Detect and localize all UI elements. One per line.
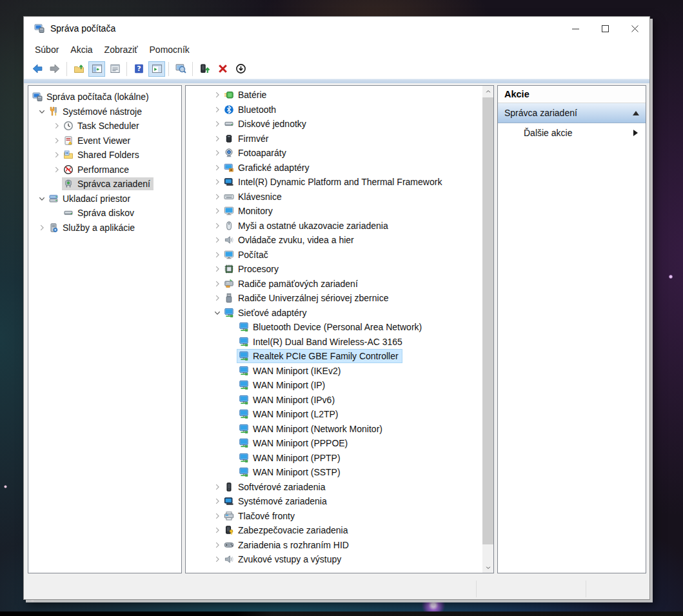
uninstall-device-button[interactable] [214, 61, 231, 77]
chevron-right-icon[interactable] [212, 191, 223, 202]
close-button[interactable] [620, 17, 649, 40]
scan-hardware-button[interactable] [172, 61, 189, 77]
tree-item-device-manager[interactable]: Správca zariadení [28, 177, 181, 192]
device-category-intel-platform[interactable]: Intel(R) Dynamic Platform and Thermal Fr… [186, 175, 482, 190]
chevron-right-icon[interactable] [51, 164, 62, 175]
device-category-display-adapters[interactable]: Grafické adaptéry [186, 161, 482, 175]
scroll-up-button[interactable] [482, 86, 493, 97]
device-category-disk-drives[interactable]: Diskové jednotky [186, 117, 482, 132]
actions-group-device-manager[interactable]: Správca zariadení [498, 103, 646, 123]
device-category-hid-devices[interactable]: Zariadenia s rozhraním HID [186, 538, 482, 553]
device-category-computer[interactable]: Počítač [186, 248, 482, 263]
device-item-wan-pppoe[interactable]: WAN Miniport (PPPOE) [186, 436, 482, 451]
help-button[interactable] [130, 61, 147, 77]
tree-item-task-scheduler[interactable]: Task Scheduler [28, 119, 181, 134]
tree-item-computer-management[interactable]: Správa počítača (lokálne) [28, 90, 181, 104]
tree-item-system-tools[interactable]: Systémové nástroje [28, 104, 181, 119]
tree-item-storage[interactable]: Ukladací priestor [28, 192, 181, 206]
device-category-print-queues[interactable]: Tlačové fronty [186, 509, 482, 524]
device-category-system-devices[interactable]: Systémové zariadenia [186, 494, 482, 509]
properties-button[interactable] [106, 61, 123, 77]
chevron-right-icon[interactable] [212, 539, 223, 550]
collapse-group-icon[interactable] [633, 111, 639, 115]
device-category-batteries[interactable]: Batérie [186, 88, 482, 103]
disable-device-button[interactable] [232, 61, 249, 77]
chevron-right-icon[interactable] [212, 206, 223, 217]
chevron-right-icon[interactable] [212, 235, 223, 246]
menu-help[interactable]: Pomocník [144, 42, 195, 57]
chevron-right-icon[interactable] [212, 264, 223, 275]
menu-action[interactable]: Akcia [64, 42, 98, 57]
tree-item-event-viewer[interactable]: Event Viewer [28, 134, 181, 148]
chevron-right-icon[interactable] [212, 220, 223, 231]
device-item-wan-sstp[interactable]: WAN Miniport (SSTP) [186, 465, 482, 480]
device-item-wan-ipv6[interactable]: WAN Miniport (IPv6) [186, 393, 482, 408]
update-driver-button[interactable] [196, 61, 213, 77]
menu-file[interactable]: Súbor [29, 42, 64, 57]
scrollbar-thumb[interactable] [482, 97, 493, 544]
device-category-mice[interactable]: Myši a ostatné ukazovacie zariadenia [186, 219, 482, 233]
chevron-right-icon[interactable] [212, 249, 223, 260]
tree-item-performance[interactable]: Performance [28, 163, 181, 177]
device-category-storage-controllers[interactable]: Radiče pamäťových zariadení [186, 277, 482, 292]
device-category-audio-inputs-outputs[interactable]: Zvukové vstupy a výstupy [186, 552, 482, 567]
device-category-monitors[interactable]: Monitory [186, 204, 482, 219]
action-pane-toggle-button[interactable] [148, 61, 165, 77]
vertical-scrollbar[interactable] [482, 86, 493, 573]
shared-folders-icon [63, 150, 74, 160]
tree-item-disk-management[interactable]: Správa diskov [28, 206, 181, 221]
chevron-down-icon[interactable] [212, 307, 223, 318]
chevron-right-icon[interactable] [212, 481, 223, 492]
device-category-bluetooth[interactable]: Bluetooth [186, 103, 482, 117]
title-bar[interactable]: Správa počítača [24, 17, 649, 40]
device-category-keyboards[interactable]: Klávesnice [186, 190, 482, 204]
device-item-wan-l2tp[interactable]: WAN Miniport (L2TP) [186, 407, 482, 422]
device-category-security-devices[interactable]: Zabezpečovacie zariadenia [186, 523, 482, 538]
device-category-usb-controllers[interactable]: Radiče Univerzálnej sériovej zbernice [186, 291, 482, 306]
chevron-right-icon[interactable] [212, 510, 223, 521]
device-item-wan-pptp[interactable]: WAN Miniport (PPTP) [186, 451, 482, 466]
chevron-right-icon[interactable] [51, 150, 62, 161]
chevron-right-icon[interactable] [212, 554, 223, 565]
chevron-right-icon[interactable] [212, 496, 223, 507]
system-device-icon [224, 177, 234, 187]
device-item-bluetooth-pan[interactable]: Bluetooth Device (Personal Area Network) [186, 320, 482, 335]
chevron-right-icon[interactable] [51, 121, 62, 132]
device-item-wan-netmon[interactable]: WAN Miniport (Network Monitor) [186, 422, 482, 437]
chevron-right-icon[interactable] [51, 135, 62, 146]
chevron-right-icon[interactable] [212, 177, 223, 188]
chevron-right-icon[interactable] [212, 278, 223, 289]
maximize-button[interactable] [590, 17, 620, 40]
chevron-down-icon[interactable] [36, 106, 47, 117]
chevron-right-icon[interactable] [212, 162, 223, 173]
scroll-down-button[interactable] [482, 562, 493, 573]
device-item-intel-wireless[interactable]: Intel(R) Dual Band Wireless-AC 3165 [186, 335, 482, 350]
forward-button[interactable] [46, 61, 63, 77]
device-category-cameras[interactable]: Fotoaparáty [186, 146, 482, 161]
chevron-right-icon[interactable] [212, 90, 223, 101]
device-item-wan-ip[interactable]: WAN Miniport (IP) [186, 378, 482, 393]
device-category-network-adapters[interactable]: Sieťové adaptéry [186, 306, 482, 321]
device-category-sound-controllers[interactable]: Ovládače zvuku, videa a hier [186, 233, 482, 248]
chevron-right-icon[interactable] [212, 525, 223, 536]
device-item-wan-ikev2[interactable]: WAN Miniport (IKEv2) [186, 364, 482, 379]
tree-item-services-applications[interactable]: Služby a aplikácie [28, 221, 181, 235]
chevron-right-icon[interactable] [212, 119, 223, 130]
back-button[interactable] [28, 61, 45, 77]
console-tree-toggle-button[interactable] [88, 61, 105, 77]
chevron-right-icon[interactable] [212, 148, 223, 159]
minimize-button[interactable] [560, 17, 590, 40]
chevron-down-icon[interactable] [36, 193, 47, 204]
up-folder-button[interactable] [70, 61, 87, 77]
chevron-right-icon[interactable] [36, 222, 47, 233]
device-item-realtek-controller[interactable]: Realtek PCIe GBE Family Controller [186, 349, 482, 364]
device-category-software-devices[interactable]: Softvérové zariadenia [186, 480, 482, 495]
device-category-processors[interactable]: Procesory [186, 262, 482, 277]
device-category-firmware[interactable]: Firmvér [186, 132, 482, 146]
more-actions-item[interactable]: Ďalšie akcie [498, 123, 646, 143]
chevron-right-icon[interactable] [212, 293, 223, 304]
tree-item-shared-folders[interactable]: Shared Folders [28, 148, 181, 163]
chevron-right-icon[interactable] [212, 104, 223, 115]
chevron-right-icon[interactable] [212, 133, 223, 144]
menu-view[interactable]: Zobraziť [99, 42, 144, 57]
